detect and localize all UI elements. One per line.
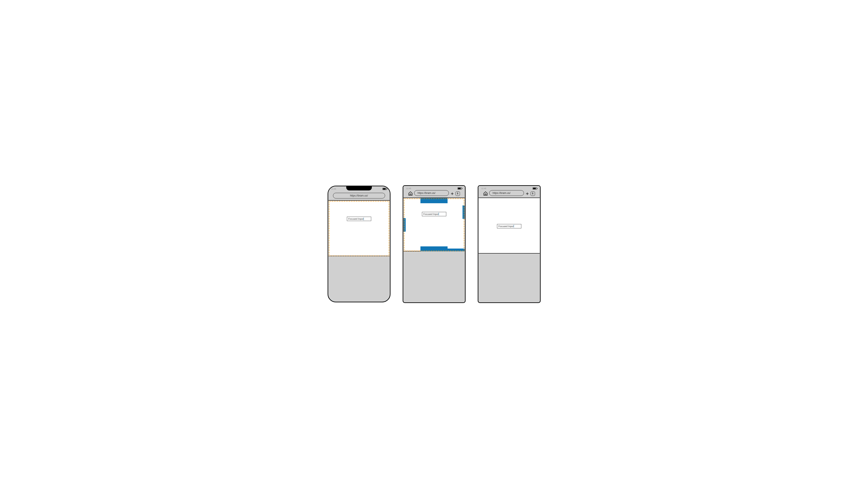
home-icon[interactable] bbox=[483, 191, 488, 196]
tabs-count-value: 5 bbox=[457, 192, 458, 195]
url-text: https://bram.us/ bbox=[417, 192, 435, 195]
url-text: https://bram.us/ bbox=[493, 192, 510, 195]
device-iphone: 11:45 https://bram.us/ Focused Input bbox=[328, 186, 391, 302]
url-text: https://bram.us/ bbox=[350, 194, 368, 197]
focused-input[interactable]: Focused Input bbox=[422, 212, 446, 216]
battery-icon bbox=[458, 187, 462, 190]
focused-input-label: Focused Input bbox=[424, 213, 439, 215]
text-caret bbox=[364, 218, 364, 220]
status-time: 11:45 bbox=[482, 187, 486, 190]
battery-icon bbox=[533, 187, 537, 190]
layout-viewport-box bbox=[404, 198, 465, 252]
visual-viewport-box bbox=[404, 198, 465, 252]
visible-area: Focused Input bbox=[478, 198, 540, 254]
virtual-keyboard[interactable] bbox=[329, 256, 390, 301]
home-icon[interactable] bbox=[408, 191, 413, 196]
visible-area: Focused Input bbox=[404, 198, 465, 251]
focused-input-label: Focused Input bbox=[499, 225, 514, 228]
status-time: 11:45 bbox=[331, 188, 336, 190]
status-time: 11:45 bbox=[406, 187, 411, 190]
notch bbox=[346, 186, 372, 190]
focused-input[interactable]: Focused Input bbox=[497, 224, 521, 228]
tabs-count[interactable]: 5 bbox=[456, 192, 460, 196]
url-bar[interactable]: https://bram.us/ bbox=[414, 190, 449, 196]
virtual-keyboard[interactable] bbox=[478, 254, 540, 302]
status-bar: 11:45 bbox=[403, 187, 465, 190]
status-bar: 11:45 bbox=[478, 187, 540, 190]
battery-icon bbox=[382, 188, 387, 190]
tabs-count-value: 5 bbox=[532, 192, 533, 195]
focused-input[interactable]: Focused Input bbox=[347, 217, 371, 221]
new-tab-button[interactable]: + bbox=[525, 192, 529, 196]
url-bar[interactable]: https://bram.us/ bbox=[489, 190, 524, 196]
focused-input-label: Focused Input bbox=[348, 218, 364, 220]
tabs-count[interactable]: 5 bbox=[531, 192, 535, 196]
device-android-overlay: 11:45 https://bram.us/ + 5 Focused Input bbox=[478, 185, 540, 303]
page-viewport: Focused Input bbox=[478, 198, 540, 302]
visual-viewport-box bbox=[329, 201, 390, 257]
url-bar[interactable]: https://bram.us/ bbox=[333, 193, 385, 198]
device-android-resize: 11:45 https://bram.us/ + 5 bbox=[403, 185, 466, 303]
virtual-keyboard[interactable] bbox=[404, 251, 465, 302]
page-viewport: Focused Input bbox=[404, 198, 465, 302]
page-viewport: Focused Input bbox=[329, 200, 390, 301]
new-tab-button[interactable]: + bbox=[450, 192, 454, 196]
visible-area: Focused Input bbox=[329, 200, 390, 256]
